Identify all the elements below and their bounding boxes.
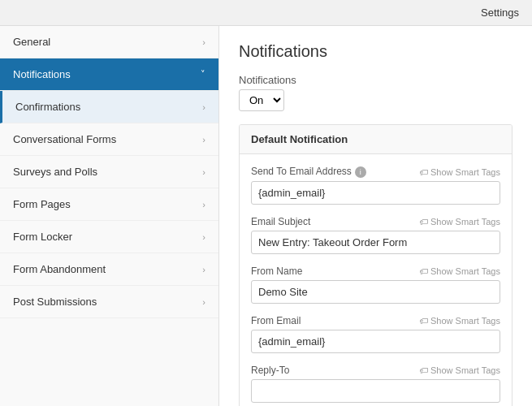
sidebar-item-label: Surveys and Polls xyxy=(13,166,97,178)
chevron-icon: ˅ xyxy=(201,69,205,80)
tag-icon: 🏷 xyxy=(419,266,428,276)
tag-icon: 🏷 xyxy=(419,167,428,177)
show-smart-tags-send-to-email[interactable]: 🏷 Show Smart Tags xyxy=(419,167,500,177)
sidebar: General › Notifications ˅ Confirmations … xyxy=(0,26,219,406)
sidebar-item-label: Form Pages xyxy=(13,198,71,210)
field-label-from-name: From Name xyxy=(251,266,302,277)
notifications-select[interactable]: On Off xyxy=(239,89,284,111)
top-bar: Settings xyxy=(0,0,532,26)
sidebar-item-label: Notifications xyxy=(13,68,71,80)
chevron-icon: › xyxy=(202,102,205,112)
sidebar-item-label: Form Abandonment xyxy=(13,263,106,275)
form-row-send-to-email: Send To Email Addressi🏷 Show Smart Tags xyxy=(251,166,500,205)
sidebar-item-notifications[interactable]: Notifications ˅ xyxy=(0,58,218,91)
show-smart-tags-from-email[interactable]: 🏷 Show Smart Tags xyxy=(419,316,500,326)
sidebar-item-surveys-and-polls[interactable]: Surveys and Polls › xyxy=(0,156,218,188)
field-input-from-name[interactable] xyxy=(251,280,500,304)
sidebar-item-label: Confirmations xyxy=(15,101,80,113)
form-row-from-name: From Name🏷 Show Smart Tags xyxy=(251,266,500,304)
chevron-icon: › xyxy=(202,265,205,274)
field-label-send-to-email: Send To Email Addressi xyxy=(251,166,366,178)
form-row-from-email: From Email🏷 Show Smart Tags xyxy=(251,315,500,353)
form-row-email-subject: Email Subject🏷 Show Smart Tags xyxy=(251,216,500,254)
tag-icon: 🏷 xyxy=(419,217,428,227)
sidebar-item-label: General xyxy=(13,36,50,48)
form-body: Send To Email Addressi🏷 Show Smart TagsE… xyxy=(240,154,512,406)
notifications-label: Notifications xyxy=(239,74,513,86)
sidebar-item-general[interactable]: General › xyxy=(0,26,218,58)
chevron-icon: › xyxy=(202,297,205,307)
notifications-dropdown-row: Notifications On Off xyxy=(239,74,513,111)
chevron-icon: › xyxy=(202,200,205,209)
sidebar-item-label: Post Submissions xyxy=(13,296,97,308)
sidebar-item-post-submissions[interactable]: Post Submissions › xyxy=(0,286,218,318)
settings-title: Settings xyxy=(481,6,519,19)
main-layout: General › Notifications ˅ Confirmations … xyxy=(0,26,532,406)
sidebar-item-confirmations[interactable]: Confirmations › xyxy=(0,91,218,123)
chevron-icon: › xyxy=(202,135,205,145)
chevron-icon: › xyxy=(202,37,205,47)
field-input-send-to-email[interactable] xyxy=(251,181,500,205)
field-label-from-email: From Email xyxy=(251,315,301,326)
field-input-from-email[interactable] xyxy=(251,330,500,353)
field-label-email-subject: Email Subject xyxy=(251,216,310,227)
tag-icon: 🏷 xyxy=(419,365,428,375)
sidebar-item-label: Conversational Forms xyxy=(13,133,116,145)
sidebar-item-form-abandonment[interactable]: Form Abandonment › xyxy=(0,253,218,286)
field-input-reply-to[interactable] xyxy=(251,379,500,403)
field-input-email-subject[interactable] xyxy=(251,231,500,254)
sidebar-item-label: Form Locker xyxy=(13,231,72,243)
default-notification-header: Default Notification xyxy=(240,125,512,154)
show-smart-tags-reply-to[interactable]: 🏷 Show Smart Tags xyxy=(419,365,500,375)
show-smart-tags-from-name[interactable]: 🏷 Show Smart Tags xyxy=(419,266,500,276)
field-label-reply-to: Reply-To xyxy=(251,365,289,376)
default-notification-section: Default Notification Send To Email Addre… xyxy=(239,124,513,406)
sidebar-item-form-locker[interactable]: Form Locker › xyxy=(0,221,218,253)
chevron-icon: › xyxy=(202,232,205,242)
main-content: Notifications Notifications On Off Defau… xyxy=(219,26,532,406)
page-title: Notifications xyxy=(239,42,513,61)
chevron-icon: › xyxy=(202,167,205,177)
sidebar-item-form-pages[interactable]: Form Pages › xyxy=(0,188,218,221)
form-row-reply-to: Reply-To🏷 Show Smart Tags xyxy=(251,365,500,403)
sidebar-item-conversational-forms[interactable]: Conversational Forms › xyxy=(0,123,218,156)
show-smart-tags-email-subject[interactable]: 🏷 Show Smart Tags xyxy=(419,217,500,227)
info-icon-send-to-email[interactable]: i xyxy=(355,166,366,178)
tag-icon: 🏷 xyxy=(419,316,428,326)
